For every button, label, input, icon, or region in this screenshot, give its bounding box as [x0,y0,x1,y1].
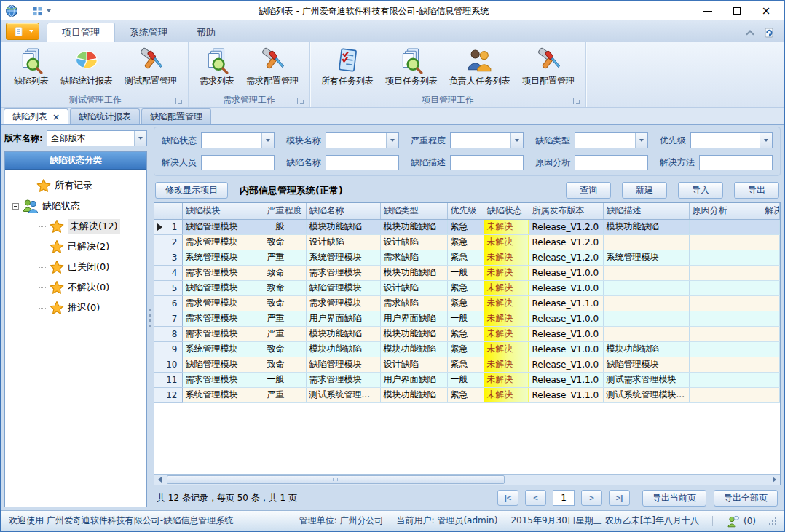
table-row[interactable]: 9系统管理模块致命模块功能缺陷模块功能缺陷紧急未解决Release_V1.0.0… [154,341,780,357]
chevron-down-icon[interactable] [134,131,146,146]
document-tab[interactable]: 缺陷列表× [4,108,68,124]
filter-label: 解决人员 [162,156,197,169]
refresh-page-icon[interactable] [762,25,776,40]
horizontal-scrollbar[interactable] [154,474,780,485]
messages-indicator[interactable]: (0) [726,514,756,528]
ribbon-button-label: 项目配置管理 [522,75,575,87]
chevron-down-icon[interactable] [261,133,274,148]
table-row[interactable]: 1缺陷管理模块一般模块功能缺陷模块功能缺陷紧急未解决Release_V1.2.0… [154,219,780,234]
chevron-down-icon[interactable] [760,133,772,148]
ribbon-button[interactable]: 需求列表 [194,46,240,89]
row-number: 7 [172,314,178,324]
ribbon-button[interactable]: 负责人任务列表 [444,46,516,89]
tree-panel-header: 缺陷状态分类 [5,152,146,170]
dialog-launcher-icon[interactable] [573,98,580,104]
column-header[interactable]: 优先级 [447,203,484,219]
ribbon-button[interactable]: 测试配置管理 [119,46,182,89]
table-row[interactable]: 5缺陷管理模块致命缺陷管理模块设计缺陷紧急未解决Release_V1.0.0 [154,280,780,295]
message-count: (0) [743,516,756,526]
close-icon[interactable]: × [52,113,60,122]
tree-collapse-icon[interactable] [12,203,19,210]
chevron-down-icon[interactable] [386,133,398,148]
filter-combo[interactable] [690,132,773,148]
column-header[interactable]: 缺陷描述 [603,203,689,219]
column-header[interactable]: 缺陷类型 [380,203,447,219]
tree-item[interactable]: 推迟(0) [5,298,146,318]
export-current-page-button[interactable]: 导出当前页 [642,490,706,507]
close-button[interactable]: × [752,1,781,20]
filter-input[interactable] [326,155,399,170]
last-page-button[interactable]: >| [609,490,630,506]
column-header[interactable]: 严重程度 [264,203,306,219]
filter-input[interactable] [450,155,524,170]
table-row[interactable]: 4需求管理模块致命需求管理模块模块功能缺陷一般未解决Release_V1.0.0 [154,265,780,280]
filter-combo[interactable] [326,132,399,148]
column-header[interactable]: 原因分析 [689,203,762,219]
export-button[interactable]: 导出 [734,182,779,199]
query-button[interactable]: 查询 [566,182,611,199]
scroll-left-icon[interactable] [154,475,165,485]
prev-page-button[interactable]: < [525,490,546,506]
ribbon-button[interactable]: 缺陷列表 [9,46,54,89]
table-row[interactable]: 7需求管理模块严重用户界面缺陷用户界面缺陷一般未解决Release_V1.0.0 [154,311,780,326]
splitter-handle[interactable] [147,125,154,510]
minimize-button[interactable] [693,1,722,20]
modify-display-items-button[interactable]: 修改显示项目 [155,182,228,199]
ribbon-button[interactable]: 需求配置管理 [241,46,304,89]
new-button[interactable]: 新建 [622,182,667,199]
import-button[interactable]: 导入 [678,182,723,199]
ribbon-tab-strip: 项目管理系统管理帮助 [1,20,784,42]
ribbon-tab[interactable]: 系统管理 [115,23,182,42]
dialog-launcher-icon[interactable] [175,98,182,104]
resize-grip[interactable] [769,517,776,525]
filter-input[interactable] [699,155,773,170]
column-header[interactable]: 所属发布版本 [529,203,603,219]
ribbon-button[interactable]: 所有任务列表 [316,46,379,89]
ribbon-collapse-icon[interactable] [746,30,754,38]
ribbon-button[interactable]: 缺陷统计报表 [55,46,118,89]
ribbon-tab[interactable]: 帮助 [182,23,230,42]
tree-item[interactable]: 已解决(2) [5,237,146,257]
version-select[interactable]: 全部版本 [47,130,147,146]
table-row[interactable]: 10缺陷管理模块致命缺陷管理模块设计缺陷紧急未解决Release_V1.0.0缺… [154,357,780,372]
scrollbar-thumb[interactable] [167,475,505,484]
maximize-button[interactable] [722,1,752,20]
column-header[interactable]: 缺陷模块 [182,203,264,219]
application-menu-button[interactable] [6,23,39,40]
document-tab[interactable]: 缺陷统计报表 [70,108,140,124]
table-row[interactable]: 2需求管理模块致命设计缺陷设计缺陷紧急未解决Release_V1.2.0 [154,234,780,250]
filter-input[interactable] [575,155,648,170]
row-number: 3 [172,253,178,263]
ribbon-tab[interactable]: 项目管理 [47,23,115,42]
tree-item[interactable]: 未解决(12) [5,216,146,237]
ribbon-button[interactable]: 项目任务列表 [380,46,443,89]
column-header[interactable]: 解决方法 [762,203,780,219]
filter-input[interactable] [201,155,275,170]
tree-item[interactable]: 已关闭(0) [5,257,146,277]
ribbon-button[interactable]: 项目配置管理 [517,46,580,89]
table-row[interactable]: 11需求管理模块一般需求管理模块用户界面缺陷一般未解决Release_V1.1.… [154,372,780,387]
tree-item[interactable]: 缺陷状态 [5,196,146,216]
filter-combo[interactable] [450,132,524,148]
first-page-button[interactable]: |< [497,490,518,506]
export-all-pages-button[interactable]: 导出全部页 [714,490,778,507]
column-header[interactable]: 缺陷名称 [306,203,380,219]
document-tab[interactable]: 缺陷配置管理 [141,108,211,124]
dialog-launcher-icon[interactable] [297,98,304,104]
tree-item[interactable]: 不解决(0) [5,277,146,298]
table-row[interactable]: 6需求管理模块致命需求管理模块需求缺陷紧急未解决Release_V1.1.0 [154,295,780,311]
tree-item[interactable]: 所有记录 [5,175,146,196]
quick-access-toolbar-button[interactable] [27,2,54,20]
table-row[interactable]: 12系统管理模块严重测试系统管理...模块功能缺陷紧急未解决Release_V1… [154,387,780,402]
page-number-input[interactable] [553,490,575,506]
chevron-down-icon[interactable] [635,133,647,148]
table-row[interactable]: 3系统管理模块严重系统管理模块需求缺陷紧急未解决Release_V1.2.0系统… [154,250,780,265]
next-page-button[interactable]: > [581,490,602,506]
column-header[interactable]: 缺陷状态 [484,203,529,219]
filter-combo[interactable] [575,132,648,148]
filter-combo[interactable] [201,132,275,148]
table-row[interactable]: 8需求管理模块严重模块功能缺陷模块功能缺陷紧急未解决Release_V1.0.0 [154,326,780,341]
scroll-right-icon[interactable] [769,475,780,485]
tree-item-label: 所有记录 [55,179,92,192]
chevron-down-icon[interactable] [510,133,523,148]
